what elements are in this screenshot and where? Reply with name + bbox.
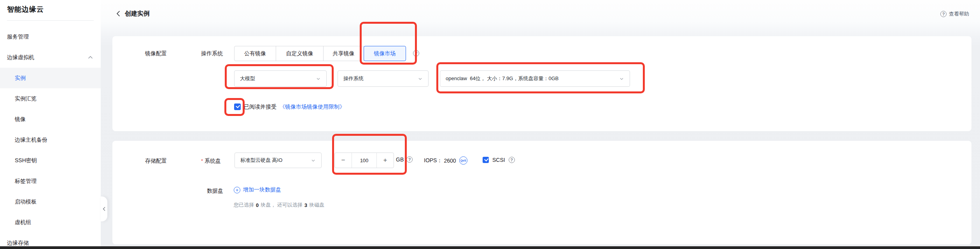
sidebar-nav: 服务管理 边缘虚拟机 实例 实例汇览 镜像 边缘主机备份 SSH密钥 标签 [0,26,101,249]
chevron-down-icon [619,76,624,81]
sidebar-item-label: 边缘存储 [7,240,29,247]
sidebar-subitem-image[interactable]: 镜像 [0,109,101,130]
page-title: 创建实例 [125,10,150,18]
agreement-row: 已阅读并接受 《镜像市场镜像使用限制》 [234,103,345,110]
image-market-restriction-link[interactable]: 《镜像市场镜像使用限制》 [280,103,345,110]
size-unit-row: GB ? [396,156,413,163]
decrease-size-button[interactable]: − [335,153,352,168]
agreement-text: 已阅读并接受 [244,103,276,110]
agreement-checkbox[interactable] [234,103,241,110]
sidebar-subitem-label: 边缘主机备份 [15,137,47,144]
image-market-help-icon[interactable]: ? [413,50,419,56]
image-select-dropdown[interactable]: openclaw 64位， 大小：7.9G，系统盘容量：0GB [440,70,630,87]
sidebar-subitem-label: 虚机组 [15,219,31,226]
storage-config-section-label: 存储配置 [145,158,167,165]
disk-selection-note: 您已选择 0 块盘， 还可以选择 3 块磁盘 [234,202,324,209]
image-source-tabs: 公有镜像 自定义镜像 共享镜像 镜像市场 [234,46,406,61]
iops-label: IOPS： [424,157,442,164]
sidebar-collapse-handle[interactable] [101,196,107,221]
add-data-disk-button[interactable]: + 增加一块数据盘 [234,186,281,193]
iops-row: IOPS： 2600 QoS [424,156,467,165]
size-unit-label: GB [396,156,404,163]
tab-label: 自定义镜像 [286,50,313,57]
back-button[interactable] [116,11,122,17]
chevron-left-icon [102,207,106,211]
sidebar-subitem-edge-host-backup[interactable]: 边缘主机备份 [0,130,101,150]
screen: 智能边缘云 服务管理 边缘虚拟机 实例 实例汇览 镜像 边缘主机备份 [0,0,980,249]
sidebar-subitem-launch-template[interactable]: 启动模板 [0,191,101,212]
tab-image-market[interactable]: 镜像市场 [364,46,406,61]
app-title: 智能边缘云 [0,0,101,14]
note-suffix: 块磁盘 [309,202,324,209]
sidebar-subitem-label: 实例汇览 [15,95,37,102]
page-header: 创建实例 ? 查看帮助 [101,0,980,23]
sidebar-subitem-label: 实例 [15,75,26,82]
data-disk-label: 数据盘 [207,188,223,195]
scsi-label: SCSI [492,157,505,163]
sidebar-item-label: 服务管理 [7,33,29,40]
tab-custom-image[interactable]: 自定义镜像 [276,46,324,61]
storage-config-card: 存储配置 *系统盘 标准型云硬盘 高IO − + GB ? IOPS： 2600… [112,141,971,244]
dropdown-value: 标准型云硬盘 高IO [240,157,282,164]
dropdown-value: openclaw 64位， 大小：7.9G，系统盘容量：0GB [446,75,558,82]
chevron-down-icon [316,76,321,81]
operating-system-label: 操作系统 [201,50,223,57]
chevron-down-icon [418,76,423,81]
sidebar-subitem-vm-group[interactable]: 虚机组 [0,212,101,233]
sidebar-subitem-label: 启动模板 [15,198,37,205]
tab-label: 镜像市场 [374,50,396,57]
sidebar-subitem-label: 标签管理 [15,178,37,185]
view-help-label: 查看帮助 [949,11,969,18]
note-prefix: 您已选择 [234,202,254,209]
disk-size-stepper: − + [334,153,394,168]
model-category-dropdown[interactable]: 大模型 [234,70,327,87]
disk-size-help-icon[interactable]: ? [406,156,413,163]
os-filter-dropdown[interactable]: 操作系统 [338,70,429,87]
sidebar-subitem-instance[interactable]: 实例 [0,68,101,88]
help-question-icon: ? [940,11,947,17]
system-disk-label-text: 系统盘 [205,158,221,164]
qos-badge: QoS [459,156,467,165]
selected-disk-count: 0 [256,202,259,208]
back-chevron-icon [116,11,120,17]
chevron-down-icon [311,158,316,163]
add-data-disk-label: 增加一块数据盘 [243,186,281,193]
sidebar-subitem-tag-management[interactable]: 标签管理 [0,171,101,191]
dropdown-value: 操作系统 [343,75,364,82]
sidebar-subitem-label: SSH密钥 [15,157,37,164]
image-config-card: 镜像配置 操作系统 公有镜像 自定义镜像 共享镜像 镜像市场 ? 大模型 操作系… [112,36,971,131]
required-marker: * [201,158,203,164]
tab-label: 公有镜像 [244,50,266,57]
tab-label: 共享镜像 [333,50,355,57]
chevron-up-icon [88,56,93,59]
sidebar-subitem-label: 镜像 [15,116,26,123]
note-middle: 块盘， 还可以选择 [261,202,303,209]
main-content: 创建实例 ? 查看帮助 镜像配置 操作系统 公有镜像 自定义镜像 共享镜像 镜像… [101,0,980,249]
sidebar-item-label: 边缘虚拟机 [7,54,34,61]
dropdown-value: 大模型 [240,75,255,82]
tab-public-image[interactable]: 公有镜像 [234,46,276,61]
view-help-button[interactable]: ? 查看帮助 [940,11,969,18]
sidebar-divider [7,20,94,21]
screen-bottom-strip [0,246,980,249]
scsi-help-icon[interactable]: ? [509,157,515,163]
increase-size-button[interactable]: + [376,153,394,168]
image-config-section-label: 镜像配置 [145,50,167,57]
sidebar-item-edge-vm[interactable]: 边缘虚拟机 [0,47,101,68]
disk-type-dropdown[interactable]: 标准型云硬盘 高IO [234,153,322,168]
sidebar-item-service-management[interactable]: 服务管理 [0,26,101,47]
system-disk-label: *系统盘 [201,158,221,165]
plus-circle-icon: + [234,187,240,193]
sidebar: 智能边缘云 服务管理 边缘虚拟机 实例 实例汇览 镜像 边缘主机备份 [0,0,101,249]
sidebar-subitem-ssh-key[interactable]: SSH密钥 [0,150,101,171]
iops-value: 2600 [444,158,456,164]
available-disk-count: 3 [304,202,307,208]
sidebar-subitem-instance-overview[interactable]: 实例汇览 [0,88,101,109]
scsi-row: SCSI ? [483,157,515,163]
tab-shared-image[interactable]: 共享镜像 [323,46,364,61]
scsi-checkbox[interactable] [483,157,489,163]
disk-size-input[interactable] [352,153,376,168]
